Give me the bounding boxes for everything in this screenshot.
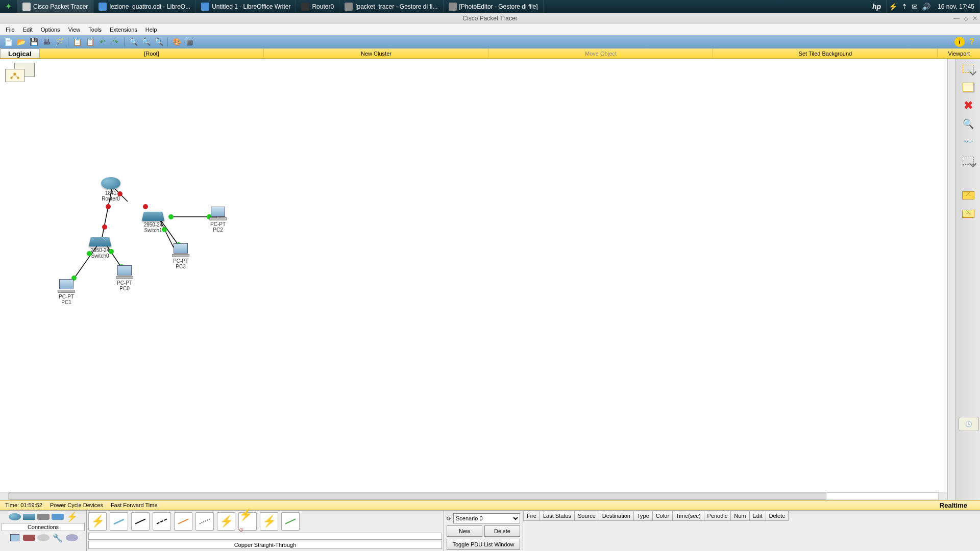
scenario-new-button[interactable]: New <box>447 525 482 537</box>
realtime-tab[interactable]: Realtime <box>932 500 975 510</box>
toggle-pdu-list-button[interactable]: Toggle PDU List Window <box>447 539 520 550</box>
pdu-col-color[interactable]: Color <box>652 511 672 521</box>
scenario-delete-button[interactable]: Delete <box>484 525 520 537</box>
task-router0[interactable]: Router0 <box>296 0 339 13</box>
menu-help[interactable]: Help <box>141 26 161 34</box>
pdu-col-time[interactable]: Time(sec) <box>673 511 704 521</box>
new-file-button[interactable]: 📄 <box>3 36 14 47</box>
cable-octal[interactable] <box>281 512 300 531</box>
logical-tab[interactable]: Logical <box>0 48 40 58</box>
cluster-nav-icon[interactable] <box>5 63 35 82</box>
menu-view[interactable]: View <box>64 26 85 34</box>
clock[interactable]: 16 nov, 17:45 <box>933 0 980 13</box>
help-button[interactable]: ? <box>966 36 977 47</box>
device-dialog-button[interactable]: ▦ <box>184 36 195 47</box>
undo-button[interactable]: ↶ <box>97 36 108 47</box>
cable-fiber[interactable] <box>174 512 192 531</box>
inspect-tool[interactable]: 🔍 <box>961 118 976 130</box>
info-button[interactable]: i <box>954 37 965 47</box>
drawing-tool[interactable]: 〰 <box>961 136 976 148</box>
cat-switches[interactable] <box>23 512 35 521</box>
delete-tool[interactable]: ✖ <box>961 99 976 112</box>
task-packet-tracer[interactable]: Cisco Packet Tracer <box>17 0 93 13</box>
maximize-button[interactable]: ◇ <box>964 15 968 22</box>
pdu-col-edit[interactable]: Edit <box>749 511 766 521</box>
vertical-scrollbar[interactable] <box>947 59 955 500</box>
new-cluster-button[interactable]: New Cluster <box>264 48 488 58</box>
cat-end-devices[interactable] <box>9 533 21 542</box>
wizard-button[interactable]: 🪄 <box>54 36 65 47</box>
device-pc2[interactable]: PC-PT PC2 <box>209 207 227 233</box>
cat-wan[interactable] <box>37 533 50 542</box>
device-switch1[interactable]: 2950-24 Switch1 <box>143 211 163 233</box>
cat-multiuser[interactable] <box>66 533 78 542</box>
power-icon[interactable]: ⚡ <box>887 3 899 11</box>
pdu-col-type[interactable]: Type <box>633 511 652 521</box>
device-switch0[interactable]: 2950-24 Switch0 <box>90 236 110 259</box>
cat-custom[interactable]: 🔧 <box>52 533 64 542</box>
resize-tool[interactable] <box>961 155 976 167</box>
zoom-reset-button[interactable]: 🔍 <box>140 36 152 47</box>
volume-icon[interactable]: 🔊 <box>920 3 933 11</box>
simulation-toggle[interactable]: 🕓 <box>959 417 979 431</box>
task-filemanager-1[interactable]: [packet_tracer - Gestore di fi... <box>339 0 443 13</box>
cable-auto[interactable]: ⚡ <box>88 512 107 531</box>
cat-wireless[interactable] <box>52 512 64 521</box>
start-menu[interactable]: ✦ <box>0 0 17 13</box>
paste-button[interactable]: 📋 <box>84 36 95 47</box>
menu-tools[interactable]: Tools <box>84 26 106 34</box>
cat-hubs[interactable] <box>37 512 50 521</box>
menu-extensions[interactable]: Extensions <box>106 26 141 34</box>
task-filemanager-2[interactable]: [PhotoEditor - Gestore di file] <box>444 0 544 13</box>
menu-edit[interactable]: Edit <box>19 26 37 34</box>
pdu-col-periodic[interactable]: Periodic <box>704 511 731 521</box>
root-nav[interactable]: [Root] <box>40 48 264 58</box>
updates-icon[interactable]: ⇡ <box>899 3 910 11</box>
task-libreoffice-1[interactable]: lezione_quattro.odt - LibreO... <box>93 0 196 13</box>
menu-file[interactable]: File <box>2 26 19 34</box>
copy-button[interactable]: 📋 <box>71 36 83 47</box>
cable-straight[interactable] <box>131 512 150 531</box>
cable-serial-dte[interactable]: ⚡ <box>260 512 278 531</box>
redo-button[interactable]: ↷ <box>110 36 121 47</box>
pdu-col-delete[interactable]: Delete <box>766 511 789 521</box>
save-button[interactable]: 💾 <box>28 36 39 47</box>
cable-phone[interactable] <box>195 512 214 531</box>
scenario-select[interactable]: Scenario 0 <box>453 513 520 523</box>
minimize-button[interactable]: — <box>953 15 960 22</box>
palette-button[interactable]: 🎨 <box>171 36 182 47</box>
cycle-scenario-icon[interactable]: ⟳ <box>447 515 451 522</box>
menu-options[interactable]: Options <box>37 26 64 34</box>
pdu-col-last-status[interactable]: Last Status <box>540 511 574 521</box>
close-button[interactable]: ✕ <box>972 15 977 22</box>
topology-canvas[interactable]: 1841 Router0 2950-24 Switch1 2950-24 Swi… <box>0 59 947 500</box>
horizontal-scrollbar[interactable] <box>0 492 947 500</box>
device-pc1[interactable]: PC-PT PC1 <box>58 279 75 305</box>
viewport-button[interactable]: Viewport <box>938 48 980 58</box>
mail-icon[interactable]: ✉ <box>910 3 920 11</box>
device-pc0[interactable]: PC-PT PC0 <box>116 265 133 291</box>
print-button[interactable]: 🖶 <box>41 36 52 47</box>
cat-routers[interactable] <box>9 512 21 521</box>
set-tiled-bg-button[interactable]: Set Tiled Background <box>713 48 938 58</box>
add-simple-pdu[interactable] <box>961 189 976 202</box>
device-router0[interactable]: 1841 Router0 <box>101 177 120 202</box>
cat-security[interactable] <box>23 533 35 542</box>
place-note-tool[interactable] <box>961 81 976 93</box>
cable-crossover[interactable] <box>153 512 171 531</box>
power-cycle-button[interactable]: Power Cycle Devices <box>50 502 103 508</box>
select-tool[interactable] <box>961 63 976 75</box>
pdu-col-fire[interactable]: Fire <box>524 511 540 521</box>
cat-connections[interactable]: ⚡ <box>66 512 78 521</box>
open-file-button[interactable]: 📂 <box>15 36 27 47</box>
task-libreoffice-2[interactable]: Untitled 1 - LibreOffice Writer <box>196 0 296 13</box>
cable-scrollbar[interactable] <box>88 533 442 540</box>
pdu-col-num[interactable]: Num <box>731 511 749 521</box>
zoom-in-button[interactable]: 🔍 <box>128 36 139 47</box>
add-complex-pdu[interactable] <box>961 208 976 220</box>
fast-forward-button[interactable]: Fast Forward Time <box>111 502 158 508</box>
cable-console[interactable] <box>110 512 128 531</box>
zoom-out-button[interactable]: 🔍 <box>153 36 164 47</box>
pdu-col-destination[interactable]: Destination <box>599 511 633 521</box>
cable-coax[interactable]: ⚡ <box>217 512 235 531</box>
